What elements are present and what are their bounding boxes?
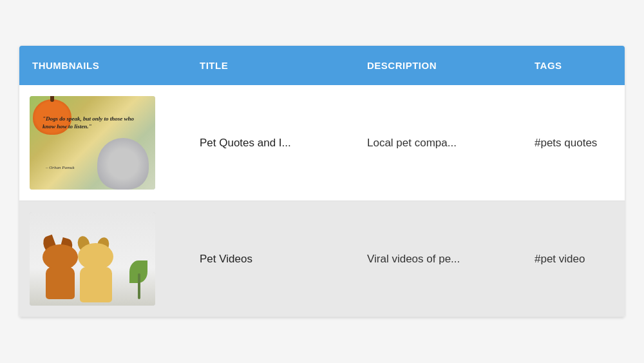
dog-image <box>97 138 149 190</box>
row1-description: Local pet compa... <box>354 126 522 160</box>
table-row: "Dogs do speak, but only to those who kn… <box>19 85 625 201</box>
dog1-body <box>46 267 75 299</box>
quote-author: – Orhan Pamuk <box>46 165 75 170</box>
header-thumbnails: THUMBNAILS <box>19 46 187 85</box>
thumbnail-2 <box>30 212 155 306</box>
thumbnail-image-1: "Dogs do speak, but only to those who kn… <box>30 96 155 190</box>
quote-text: "Dogs do speak, but only to those who kn… <box>43 115 142 130</box>
row1-tags: #pets quotes <box>522 126 625 160</box>
dog2-head <box>78 243 113 270</box>
table-row: Pet Videos Viral videos of pe... #pet vi… <box>19 201 625 317</box>
row2-title: Pet Videos <box>187 242 354 276</box>
thumbnail-image-2 <box>30 212 155 306</box>
header-title: TITLE <box>187 46 354 85</box>
row1-title: Pet Quotes and I... <box>187 126 354 160</box>
plant-decoration <box>129 260 149 299</box>
dog1-head <box>43 244 78 270</box>
row2-tags: #pet video <box>522 242 625 276</box>
dog2 <box>75 251 120 302</box>
thumbnail-cell-2 <box>19 202 187 316</box>
header-tags: TAGS <box>522 46 625 85</box>
header-description: DESCRIPTION <box>354 46 522 85</box>
main-table: THUMBNAILS TITLE DESCRIPTION TAGS "Dogs … <box>19 46 625 317</box>
thumbnail-1: "Dogs do speak, but only to those who kn… <box>30 96 155 190</box>
thumbnail-cell-1: "Dogs do speak, but only to those who kn… <box>19 86 187 200</box>
plant-stem <box>138 273 140 299</box>
row2-description: Viral videos of pe... <box>354 242 522 276</box>
dog2-body <box>80 267 112 302</box>
table-header: THUMBNAILS TITLE DESCRIPTION TAGS <box>19 46 625 85</box>
